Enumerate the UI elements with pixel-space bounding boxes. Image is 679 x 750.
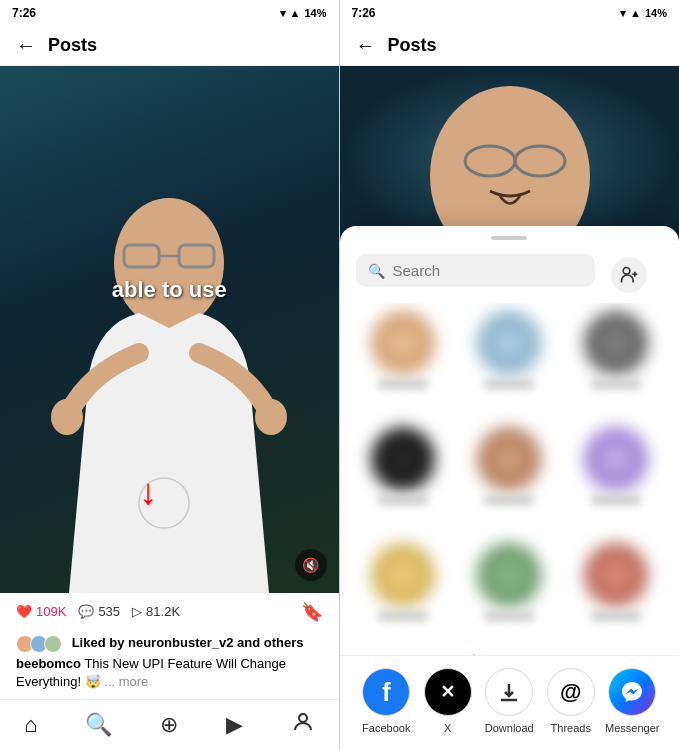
liked-avatars — [16, 635, 62, 653]
time-left: 7:26 — [12, 6, 36, 20]
contact-item-5[interactable] — [462, 427, 557, 531]
heart-icon: ❤️ — [16, 604, 32, 619]
left-panel: 7:26 ▾ ▲ 14% ← Posts — [0, 0, 339, 750]
svg-point-14 — [623, 267, 630, 274]
back-button-left[interactable]: ← — [16, 34, 36, 57]
person-silhouette-left — [49, 173, 289, 593]
right-panel: 7:26 ▾ ▲ 14% ← Posts — [340, 0, 680, 750]
contact-avatar-5 — [477, 427, 541, 491]
post-info: Liked by neuronbuster_v2 and others beeb… — [0, 631, 339, 699]
contact-name-5 — [484, 495, 534, 505]
contact-name-1 — [378, 379, 428, 389]
more-link[interactable]: ... more — [104, 674, 148, 689]
share-threads[interactable]: @ Threads — [541, 668, 601, 734]
shares-count: 81.2K — [146, 604, 180, 619]
post-username[interactable]: beebomco — [16, 656, 81, 671]
contact-name-4 — [378, 495, 428, 505]
contact-avatar-1 — [371, 311, 435, 375]
header-right: ← Posts — [340, 26, 680, 66]
like-action[interactable]: ❤️ 109K — [16, 604, 66, 619]
add-people-button[interactable] — [611, 257, 647, 293]
battery-left: 14% — [304, 7, 326, 19]
contact-avatar-6 — [584, 427, 648, 491]
contact-item-1[interactable] — [356, 311, 451, 415]
comments-count: 535 — [98, 604, 120, 619]
status-icons-left: ▾ ▲ 14% — [280, 7, 327, 20]
contact-item-4[interactable] — [356, 427, 451, 531]
search-input[interactable] — [393, 262, 583, 279]
status-bar-right: 7:26 ▾ ▲ 14% — [340, 0, 680, 26]
video-overlay-text: able to use — [112, 277, 227, 303]
liked-by-label: Liked by — [72, 635, 125, 650]
contact-name-2 — [484, 379, 534, 389]
contact-avatar-8 — [477, 543, 541, 607]
red-arrow-left: ↓ — [139, 471, 157, 513]
search-bar[interactable]: 🔍 — [356, 254, 595, 287]
svg-point-0 — [114, 198, 224, 328]
likes-count: 109K — [36, 604, 66, 619]
contact-item-3[interactable] — [569, 311, 664, 415]
video-bg-left: able to use ↓ 🔇 — [0, 66, 339, 593]
liked-by-others: and others — [237, 635, 303, 650]
contact-avatar-9 — [584, 543, 648, 607]
facebook-label: Facebook — [362, 722, 410, 734]
page-title-right: Posts — [388, 35, 437, 56]
comment-icon: 💬 — [78, 604, 94, 619]
contact-item-7[interactable]: ↓ — [356, 543, 451, 647]
page-title-left: Posts — [48, 35, 97, 56]
bottom-nav: ⌂ 🔍 ⊕ ▶ — [0, 699, 339, 750]
signal-icon-right: ▲ — [630, 7, 641, 19]
contact-item-9[interactable] — [569, 543, 664, 647]
contacts-grid: ↓ — [340, 303, 680, 655]
nav-search[interactable]: 🔍 — [85, 712, 112, 738]
svg-point-6 — [255, 399, 287, 435]
share-download[interactable]: Download — [479, 668, 539, 734]
share-sheet: 🔍 — [340, 226, 680, 750]
contact-name-3 — [591, 379, 641, 389]
contact-item-2[interactable] — [462, 311, 557, 415]
video-left[interactable]: able to use ↓ 🔇 — [0, 66, 339, 593]
header-left: ← Posts — [0, 26, 339, 66]
post-caption: beebomco This New UPI Feature Will Chang… — [16, 655, 323, 691]
share-messenger[interactable]: Messenger — [602, 668, 662, 734]
download-label: Download — [485, 722, 534, 734]
status-bar-left: 7:26 ▾ ▲ 14% — [0, 0, 339, 26]
threads-label: Threads — [551, 722, 591, 734]
share-facebook[interactable]: f Facebook — [356, 668, 416, 734]
nav-add[interactable]: ⊕ — [160, 712, 178, 738]
contact-avatar-3 — [584, 311, 648, 375]
signal-icon: ▲ — [290, 7, 301, 19]
messenger-icon — [608, 668, 656, 716]
messenger-label: Messenger — [605, 722, 659, 734]
contact-item-6[interactable] — [569, 427, 664, 531]
x-label: X — [444, 722, 451, 734]
contact-name-7 — [378, 611, 428, 621]
shares-action[interactable]: ▷ 81.2K — [132, 604, 180, 619]
svg-point-7 — [299, 714, 307, 722]
facebook-icon: f — [362, 668, 410, 716]
wifi-icon: ▾ — [280, 7, 286, 20]
nav-profile[interactable] — [291, 710, 315, 740]
comments-action[interactable]: 💬 535 — [78, 604, 120, 619]
nav-reels[interactable]: ▶ — [226, 712, 243, 738]
nav-home[interactable]: ⌂ — [24, 712, 37, 738]
search-row: 🔍 — [340, 250, 680, 299]
contact-name-8 — [484, 611, 534, 621]
add-people-icon — [619, 265, 639, 285]
share-x[interactable]: ✕ X — [418, 668, 478, 734]
contact-item-8[interactable] — [462, 543, 557, 647]
avatar-3 — [44, 635, 62, 653]
video-bg-right — [340, 66, 680, 246]
wifi-icon-right: ▾ — [620, 7, 626, 20]
liked-by-username[interactable]: neuronbuster_v2 — [128, 635, 233, 650]
bookmark-icon[interactable]: 🔖 — [301, 601, 323, 623]
sheet-handle — [491, 236, 527, 240]
share-apps-row: f Facebook ✕ X Download @ Threads — [340, 655, 680, 750]
back-button-right[interactable]: ← — [356, 34, 376, 57]
contact-name-9 — [591, 611, 641, 621]
contact-name-6 — [591, 495, 641, 505]
threads-icon: @ — [547, 668, 595, 716]
mute-button[interactable]: 🔇 — [295, 549, 327, 581]
share-icon: ▷ — [132, 604, 142, 619]
status-icons-right: ▾ ▲ 14% — [620, 7, 667, 20]
